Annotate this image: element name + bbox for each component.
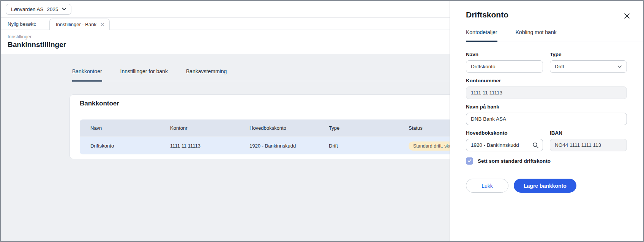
table-header-row: Navn Kontonr Hovedbokskonto Type Status <box>80 119 498 137</box>
tab-kontodetaljer[interactable]: Kontodetaljer <box>466 29 497 41</box>
lagre-bankkonto-button[interactable]: Lagre bankkonto <box>514 179 576 193</box>
lukk-button[interactable]: Lukk <box>466 179 508 193</box>
navn-pa-bank-field[interactable] <box>466 113 627 125</box>
panel-tabs: Kontodetaljer Kobling mot bank <box>466 29 643 41</box>
close-icon[interactable]: ✕ <box>100 22 105 27</box>
column-header-kontonr: Kontonr <box>159 119 239 137</box>
chevron-down-icon <box>617 64 622 69</box>
iban-field <box>550 139 627 151</box>
iban-label: IBAN <box>550 130 627 136</box>
cell-hovedbokskonto[interactable]: 1920 - Bankinnskudd <box>239 137 318 154</box>
chevron-down-icon <box>62 8 66 11</box>
card-title: Bankkontoer <box>70 95 507 112</box>
type-selected-value: Drift <box>555 64 564 69</box>
navn-pa-bank-label: Navn på bank <box>466 104 627 110</box>
tab-innstillinger-for-bank[interactable]: Innstillinger for bank <box>120 65 168 81</box>
standard-driftskonto-checkbox[interactable] <box>466 157 473 165</box>
hovedbokskonto-field[interactable] <box>466 139 543 151</box>
tab-bankavstemming[interactable]: Bankavstemming <box>186 65 227 81</box>
cell-navn[interactable]: Driftskonto <box>80 137 159 154</box>
search-icon[interactable] <box>532 142 539 148</box>
table-row[interactable]: Driftskonto 1111 11 11113 1920 - Bankinn… <box>80 137 498 154</box>
tab-kobling-mot-bank[interactable]: Kobling mot bank <box>516 29 557 41</box>
recent-tab-innstillinger-bank[interactable]: Innstillinger - Bank ✕ <box>49 19 110 30</box>
company-year-selector[interactable]: Lønvarden AS 2025 <box>6 4 71 15</box>
kontonummer-field <box>466 86 627 99</box>
bankkontoer-card: Bankkontoer Navn Kontonr Hovedbokskonto … <box>69 94 507 159</box>
standard-driftskonto-label: Sett som standard driftskonto <box>478 158 551 164</box>
company-name: Lønvarden AS <box>11 6 44 12</box>
panel-title: Driftskonto <box>450 1 643 19</box>
kontonummer-label: Kontonummer <box>466 78 627 83</box>
app-window: Lønvarden AS 2025 Nylig besøkt: Innstill… <box>0 0 644 242</box>
hovedbokskonto-label: Hovedbokskonto <box>466 130 543 136</box>
recently-visited-label: Nylig besøkt: <box>8 21 36 27</box>
navn-field[interactable] <box>466 60 543 73</box>
status-badge: Standard drift, ska <box>409 141 456 151</box>
account-details-form: Navn Type Drift Kon <box>450 41 643 193</box>
recent-tab-label: Innstillinger - Bank <box>56 22 96 27</box>
panel-actions: Lukk Lagre bankkonto <box>466 179 627 193</box>
column-header-navn: Navn <box>80 119 159 137</box>
column-header-type: Type <box>318 119 398 137</box>
tab-bankkontoer[interactable]: Bankkontoer <box>72 65 102 81</box>
standard-driftskonto-row: Sett som standard driftskonto <box>466 157 627 165</box>
type-select[interactable]: Drift <box>550 60 627 73</box>
navn-label: Navn <box>466 52 543 57</box>
checkmark-icon <box>467 158 472 165</box>
type-label: Type <box>550 52 627 57</box>
close-icon[interactable] <box>623 13 630 19</box>
cell-type[interactable]: Drift <box>318 137 398 154</box>
column-header-hovedbokskonto: Hovedbokskonto <box>239 119 318 137</box>
cell-kontonr[interactable]: 1111 11 11113 <box>159 137 239 154</box>
bank-accounts-table: Navn Kontonr Hovedbokskonto Type Status … <box>80 119 498 154</box>
fiscal-year: 2025 <box>47 6 58 12</box>
bank-accounts-table-wrap: Navn Kontonr Hovedbokskonto Type Status … <box>70 112 507 154</box>
driftskonto-panel: Driftskonto Kontodetaljer Kobling mot ba… <box>450 1 643 241</box>
